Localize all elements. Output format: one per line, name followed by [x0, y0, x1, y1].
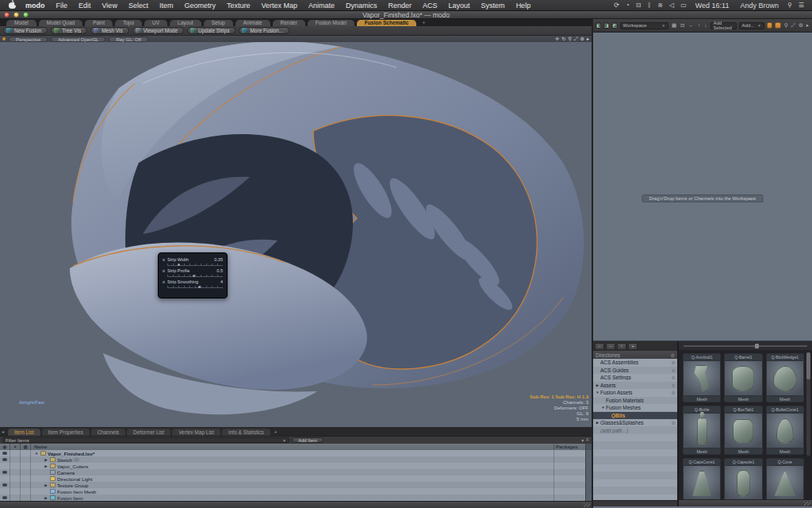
- tab-topo[interactable]: Topo: [115, 20, 142, 26]
- item-row-sketch[interactable]: ▶Sketch(2): [0, 456, 592, 463]
- battery-icon[interactable]: ▭: [677, 2, 690, 9]
- viewport-menu-icon[interactable]: [2, 37, 6, 40]
- directory-fusion-materials[interactable]: Fusion Materials: [593, 397, 677, 405]
- name-column-header[interactable]: Name: [31, 444, 553, 449]
- menu-geometry[interactable]: Geometry: [178, 2, 221, 10]
- tab-fusion-model[interactable]: Fusion Model: [308, 20, 354, 26]
- filter-items-dropdown[interactable]: Filter Items ▼: [2, 437, 289, 443]
- viewport-pill-perspective[interactable]: Perspective: [9, 37, 48, 42]
- tab-render[interactable]: Render: [273, 20, 305, 26]
- up-arrow-icon[interactable]: ↑: [697, 22, 701, 29]
- orbit-icon[interactable]: ↻: [561, 36, 565, 42]
- tab-channels[interactable]: Channels: [91, 429, 125, 436]
- gear-icon[interactable]: ⚙: [672, 420, 676, 425]
- strip-smoothing-slider[interactable]: [167, 285, 223, 288]
- scrollbar[interactable]: [585, 444, 592, 450]
- scrollbar[interactable]: [585, 488, 592, 495]
- asset-q-blckwedge1[interactable]: Q-BlckWedge1Mesh: [766, 353, 804, 402]
- expand-arrow-icon[interactable]: ▼: [595, 391, 600, 394]
- asset-q-bulletcone1[interactable]: Q-BulletCone1Mesh: [766, 406, 804, 455]
- expand-icon[interactable]: ▸: [806, 22, 810, 29]
- update-strips-button[interactable]: Update Strips: [187, 27, 236, 34]
- eye-icon[interactable]: [2, 483, 7, 487]
- lock-cell[interactable]: [21, 463, 31, 469]
- render-column-icon[interactable]: ✦: [10, 444, 21, 450]
- strip-width-slider[interactable]: [167, 263, 223, 266]
- add-item-button[interactable]: Add Item: [292, 437, 324, 443]
- lock-column-icon[interactable]: ▣: [21, 444, 31, 450]
- window-titlebar[interactable]: Vapor_Finished.lxo* — modo: [0, 11, 812, 19]
- scrollbar[interactable]: [585, 450, 592, 456]
- tab-item-list[interactable]: Item List: [8, 429, 40, 436]
- slider-knob[interactable]: [755, 344, 759, 348]
- item-row-fusion-item-mesh[interactable]: Fusion Item Mesh: [0, 488, 592, 495]
- render-cell[interactable]: [10, 475, 21, 482]
- new-fusion-button[interactable]: New Fusion: [3, 27, 48, 34]
- menu-edit[interactable]: Edit: [73, 2, 97, 10]
- render-cell[interactable]: [10, 463, 21, 469]
- lock-cell[interactable]: [21, 482, 31, 488]
- mesh-vis-button[interactable]: Mesh Vis: [90, 27, 129, 34]
- left-arrow-icon[interactable]: ←: [688, 22, 695, 29]
- menu-modo[interactable]: modo: [20, 2, 51, 10]
- lock-cell[interactable]: [21, 456, 31, 463]
- lock-cell[interactable]: [21, 475, 31, 482]
- menu-animate[interactable]: Animate: [303, 2, 340, 10]
- item-row-vapor-cutters[interactable]: ▶Vapor_Cutters: [0, 463, 592, 469]
- item-row-directional-light[interactable]: Directional Light: [0, 475, 592, 482]
- expand-arrow-icon[interactable]: ▼: [600, 406, 606, 410]
- lock-cell[interactable]: [21, 469, 31, 475]
- lock-cell[interactable]: [21, 450, 31, 456]
- tab-model[interactable]: Model: [6, 20, 36, 26]
- gear-icon[interactable]: ⚙: [672, 375, 676, 380]
- menubar-user[interactable]: Andy Brown: [734, 2, 784, 10]
- gear-icon[interactable]: ⚙: [672, 360, 676, 365]
- render-cell[interactable]: [10, 495, 21, 501]
- render-cell[interactable]: [10, 482, 21, 488]
- visibility-cell[interactable]: [0, 463, 10, 469]
- viewport-mode-button[interactable]: Viewport Mode: [132, 27, 184, 34]
- scrollbar[interactable]: [806, 352, 810, 456]
- tab-paint[interactable]: Paint: [85, 20, 113, 26]
- tab-layout[interactable]: Layout: [170, 20, 201, 26]
- item-name-cell[interactable]: Camera: [31, 469, 553, 475]
- item-name-cell[interactable]: Fusion Item Mesh: [31, 488, 553, 495]
- sync-icon[interactable]: ⟳: [611, 2, 622, 9]
- asset-q-boxtab1[interactable]: Q-BoxTab1Mesh: [724, 406, 762, 455]
- more-fusion-button[interactable]: More Fusion...: [239, 27, 289, 34]
- up-icon[interactable]: ↑: [617, 343, 626, 350]
- viewport-pill-ray-gl-off[interactable]: Ray GL: Off: [109, 37, 148, 42]
- node-add-icon[interactable]: ◧: [596, 22, 601, 29]
- strip-settings-popup[interactable]: Strip Width0.35Strip Profile0.5Strip Smo…: [158, 252, 228, 298]
- asset-q-barrel1[interactable]: Q-Barrel1Mesh: [724, 353, 762, 402]
- expand-arrow-icon[interactable]: ▶: [44, 496, 48, 500]
- expand-arrow-icon[interactable]: ▶: [595, 421, 600, 425]
- resize-grip[interactable]: [804, 502, 810, 506]
- directory-acs-assemblies[interactable]: ACS Assemblies⚙: [593, 359, 677, 367]
- thumbnail-size-slider[interactable]: [679, 341, 812, 350]
- schematic-workspace[interactable]: Drag'n'Drop Items or Channels into the W…: [593, 33, 812, 341]
- directory-acs-guides[interactable]: ACS Guides⚙: [593, 367, 677, 375]
- visibility-column-icon[interactable]: ◉: [0, 444, 10, 450]
- menu-dynamics[interactable]: Dynamics: [340, 2, 383, 10]
- visibility-cell[interactable]: [0, 475, 10, 482]
- strip-profile-slider[interactable]: [167, 274, 223, 277]
- visibility-cell[interactable]: [0, 469, 10, 475]
- expand-arrow-icon[interactable]: ▶: [44, 458, 48, 462]
- visibility-cell[interactable]: [0, 495, 10, 501]
- tab-info-statistics[interactable]: Info & Statistics: [222, 429, 270, 436]
- expand-arrow-icon[interactable]: ▶: [44, 483, 48, 487]
- expand-arrow-icon[interactable]: ▼: [34, 452, 39, 456]
- gear-icon[interactable]: ⚙: [580, 36, 584, 42]
- directory-add-path[interactable]: (add path...): [593, 427, 677, 435]
- expand-arrow-icon[interactable]: ▶: [595, 383, 600, 387]
- menu-render[interactable]: Render: [383, 2, 418, 10]
- frame-icon[interactable]: ⊡: [680, 22, 685, 29]
- search-icon[interactable]: ⚲: [783, 22, 789, 29]
- gear-icon[interactable]: ⚙: [798, 22, 804, 29]
- visibility-cell[interactable]: [0, 482, 10, 488]
- menu-layout[interactable]: Layout: [443, 2, 476, 10]
- render-cell[interactable]: [10, 469, 21, 475]
- item-name-cell[interactable]: ▼Vapor_Finished.lxo*: [31, 450, 553, 456]
- tab-vertex-map-list[interactable]: Vertex Map List: [172, 429, 220, 436]
